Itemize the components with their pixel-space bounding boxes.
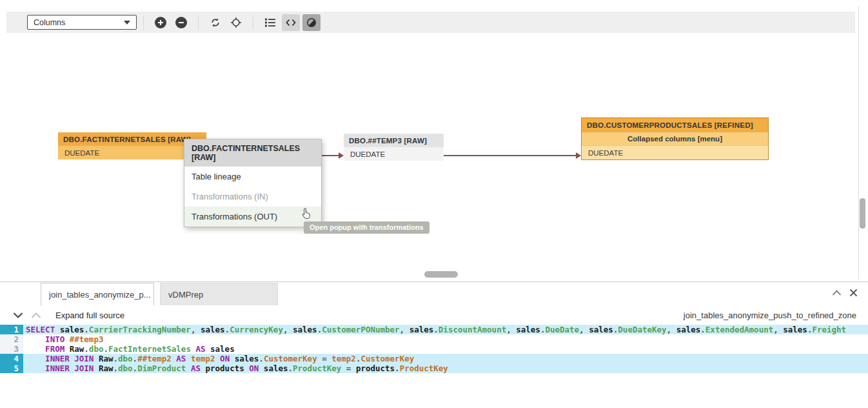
table-node-temp3: DBO.##TEMP3 [RAW] DUEDATE xyxy=(344,134,444,161)
columns-dropdown[interactable]: Columns xyxy=(27,15,137,30)
line-number: 1 xyxy=(0,325,23,334)
toolbar-separator xyxy=(143,15,144,30)
table-node-header[interactable]: DBO.##TEMP3 [RAW] xyxy=(344,134,444,147)
list-view-button[interactable] xyxy=(261,14,279,31)
tabs-row: join_tables_anonymize_p... vDMPrep xyxy=(0,282,868,305)
table-node-customerproductsales: DBO.CUSTOMERPRODUCTSALES [REFINED] Colla… xyxy=(581,117,769,160)
columns-dropdown-value: Columns xyxy=(34,18,65,27)
horizontal-scrollbar-thumb[interactable] xyxy=(424,271,458,278)
menu-item-transformations-in: Transformations (IN) xyxy=(184,187,321,207)
hand-cursor-icon xyxy=(301,207,312,222)
code-line: 5 INNER JOIN Raw.dbo.DimProduct AS produ… xyxy=(0,363,868,373)
column-row-duedate[interactable]: DUEDATE xyxy=(582,146,768,159)
zoom-out-button[interactable] xyxy=(172,14,190,31)
close-panel-icon[interactable] xyxy=(849,289,858,297)
code-text: INNER JOIN Raw.dbo.##temp2 AS temp2 ON s… xyxy=(23,354,414,363)
panel-controls xyxy=(832,289,858,297)
tab-label: vDMPrep xyxy=(168,290,203,300)
canvas-toolbar: Columns xyxy=(6,12,855,33)
toolbar-separator xyxy=(198,15,199,30)
line-number: 2 xyxy=(0,334,23,344)
code-text: SELECT sales.CarrierTrackingNumber, sale… xyxy=(23,325,846,334)
plus-circle-icon xyxy=(155,17,166,28)
code-line: 1SELECT sales.CarrierTrackingNumber, sal… xyxy=(0,325,868,334)
source-header-row: Expand full source join_tables_anonymize… xyxy=(0,305,868,325)
collapsed-columns-menu[interactable]: Collapsed columns [menu] xyxy=(582,132,768,146)
code-text: INNER JOIN Raw.dbo.DimProduct AS product… xyxy=(23,363,448,373)
tab-vdmprep[interactable]: vDMPrep xyxy=(160,283,278,305)
code-view-button[interactable] xyxy=(282,14,300,31)
list-icon xyxy=(264,17,276,28)
lineage-edge xyxy=(322,155,339,156)
arrowhead-icon xyxy=(339,152,344,159)
refresh-button[interactable] xyxy=(206,14,224,31)
menu-item-table-lineage[interactable]: Table lineage xyxy=(184,167,321,187)
chevron-down-icon xyxy=(124,21,130,25)
code-icon xyxy=(286,19,296,26)
source-panel: join_tables_anonymize_p... vDMPrep E xyxy=(0,282,868,408)
tab-label: join_tables_anonymize_p... xyxy=(49,290,151,300)
contrast-icon xyxy=(306,17,317,28)
code-line: 3 FROM Raw.dbo.FactInternetSales AS sale… xyxy=(0,344,868,354)
context-menu-title: DBO.FACTINTERNETSALES [RAW] xyxy=(184,139,321,167)
line-number: 4 xyxy=(0,354,23,363)
line-number: 5 xyxy=(0,363,23,373)
vertical-scrollbar-track xyxy=(858,6,866,280)
table-node-header[interactable]: DBO.CUSTOMERPRODUCTSALES [REFINED] xyxy=(582,118,768,132)
arrowhead-icon xyxy=(576,152,581,159)
fit-view-button[interactable] xyxy=(227,14,245,31)
sql-code: 1SELECT sales.CarrierTrackingNumber, sal… xyxy=(0,325,868,405)
vertical-scrollbar-thumb[interactable] xyxy=(860,198,865,229)
expand-full-source-button[interactable]: Expand full source xyxy=(55,311,124,320)
tooltip: Open popup with transformations xyxy=(304,221,429,234)
code-text: INTO ##temp3 xyxy=(23,334,103,344)
toolbar-separator xyxy=(253,15,253,30)
minus-circle-icon xyxy=(175,17,187,28)
column-row-duedate[interactable]: DUEDATE xyxy=(344,147,444,161)
zoom-in-button[interactable] xyxy=(152,14,170,31)
source-name-label: join_tables_anonymize_push_to_refined_zo… xyxy=(684,311,856,320)
lineage-edge xyxy=(444,155,577,156)
collapse-panel-icon[interactable] xyxy=(832,289,842,296)
lineage-app-window: Columns xyxy=(0,0,868,408)
chevron-down-icon[interactable] xyxy=(13,312,23,319)
code-line: 2 INTO ##temp3 xyxy=(0,334,868,344)
code-text: FROM Raw.dbo.FactInternetSales AS sales xyxy=(23,344,235,354)
line-number: 3 xyxy=(0,344,23,354)
contrast-button[interactable] xyxy=(302,14,321,31)
tab-join-tables-anonymize[interactable]: join_tables_anonymize_p... xyxy=(41,283,154,305)
crosshair-icon xyxy=(230,17,242,28)
code-line: 4 INNER JOIN Raw.dbo.##temp2 AS temp2 ON… xyxy=(0,354,868,363)
chevron-up-icon[interactable] xyxy=(31,312,41,319)
refresh-icon xyxy=(210,17,221,28)
